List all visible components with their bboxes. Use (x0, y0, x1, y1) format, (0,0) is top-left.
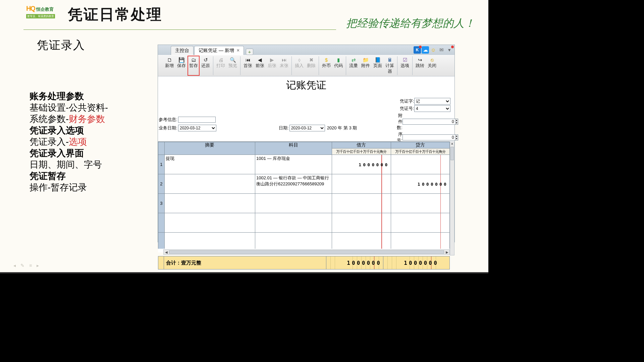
col-debit-header: 借方 (332, 142, 391, 148)
ref-input[interactable] (178, 117, 216, 123)
tb-preview[interactable]: 🔍预览 (227, 56, 239, 75)
tb-prev[interactable]: ◀前张 (254, 56, 266, 75)
cell-summary[interactable] (164, 233, 255, 249)
tb-attach[interactable]: 📁附件 (360, 56, 372, 75)
cell-subject[interactable] (255, 213, 332, 233)
cell-debit[interactable] (332, 233, 391, 249)
tb-print[interactable]: 🖨打印 (215, 56, 227, 75)
jump-icon: ↪ (414, 57, 426, 63)
attach-spinner[interactable]: ▲▼ (455, 119, 458, 125)
tb-close[interactable]: ⎋关闭 (426, 56, 438, 75)
horizontal-scrollbar[interactable]: ◀ ▶ (163, 249, 450, 255)
tb-flow[interactable]: ⇄流量 (347, 56, 360, 75)
cell-subject[interactable] (255, 194, 332, 213)
cell-subject[interactable] (255, 233, 332, 249)
tab-console[interactable]: 主控台 (171, 46, 194, 55)
totals-row: 合计：壹万元整 1000000 1000000 (158, 256, 450, 269)
bizdate-label: 业务日期: (159, 125, 178, 131)
tb-delete[interactable]: ✖删除 (305, 56, 317, 75)
systray-cloud-icon[interactable]: ☁ (422, 46, 429, 54)
cell-credit[interactable] (391, 213, 450, 233)
systray: K ☁ ☺ ✉ ▾ (414, 46, 453, 54)
cell-credit[interactable]: 1000000 (391, 174, 450, 194)
date-label: 日期: (279, 125, 289, 131)
cell-credit[interactable] (391, 233, 450, 249)
tb-fx[interactable]: $外币 (320, 56, 332, 75)
insert-icon: ⎀ (293, 57, 305, 63)
divider (23, 29, 336, 30)
tb-calc[interactable]: 🖩计算器 (384, 56, 396, 75)
systray-message-icon[interactable]: ✉ (438, 46, 445, 54)
scroll-thumb (169, 250, 444, 254)
date-row: 日期: 2020-03-12 2020 年 第 3 期 (279, 125, 357, 131)
left-fields: 参考信息: 业务日期: 2020-03-12 (159, 117, 216, 133)
cell-subject[interactable]: 1002.01 — 银行存款 — 中国工商银行衡山路分行622200927766… (255, 174, 332, 194)
scroll-thumb (450, 147, 454, 160)
slide: HQ 恒企教育 更专业、有温度的教育 凭证日常处理 把经验传递给有梦想的人！ 凭… (0, 0, 488, 274)
systray-smile-icon[interactable]: ☺ (430, 46, 437, 54)
attach-count-input[interactable] (402, 119, 455, 125)
bizdate-select[interactable]: 2020-03-12 (178, 125, 216, 131)
cell-summary[interactable] (164, 194, 255, 213)
flow-icon: ⇄ (347, 57, 360, 63)
voucher-word-label: 凭证字: (397, 98, 414, 104)
slide-subtitle: 凭证录入 (37, 38, 85, 53)
slide-prev-icon[interactable]: ◂ (13, 263, 16, 268)
page-icon: 📘 (372, 57, 384, 63)
tb-new[interactable]: 🗋新增 (163, 56, 175, 75)
cell-subject[interactable]: 1001 — 库存现金 (255, 155, 332, 174)
cell-credit[interactable] (391, 194, 450, 213)
col-credit-header: 贷方 (391, 142, 450, 148)
scroll-left-icon: ◀ (164, 250, 169, 254)
tb-code[interactable]: ▮代码 (332, 56, 344, 75)
tb-restore[interactable]: ↺还原 (200, 56, 212, 75)
document-area: 记账凭证 凭证字: 记 凭证号: 4 附件数: ▲▼ 序号: (158, 76, 454, 252)
col-subject-header: 科目 (255, 142, 332, 155)
vertical-scrollbar[interactable]: ▲ (450, 141, 454, 255)
cell-credit[interactable] (391, 155, 450, 174)
date-select[interactable]: 2020-03-12 (289, 125, 325, 131)
app-window: 主控台 记账凭证 — 新增 × + K ☁ ☺ ✉ ▾ 🗋新增 💾保存 🗂暂存 … (158, 45, 455, 242)
systray-k-icon[interactable]: K (414, 46, 421, 54)
credit-digits: 万千百十亿千百十万千百十元角分 (391, 148, 450, 155)
slogan: 把经验传递给有梦想的人！ (346, 16, 475, 31)
cell-summary[interactable]: 提现 (164, 155, 255, 174)
cell-debit[interactable] (332, 174, 391, 194)
voucher-word-select[interactable]: 记 (414, 98, 450, 105)
last-icon: ⏭ (278, 57, 290, 63)
preview-icon: 🔍 (227, 57, 239, 63)
tb-page[interactable]: 📘页面 (372, 56, 384, 75)
slide-menu-icon[interactable]: ≡ (29, 263, 32, 268)
tab-add-button[interactable]: + (246, 49, 253, 55)
col-summary-header: 摘要 (164, 142, 255, 155)
calc-icon: 🖩 (384, 57, 396, 63)
slide-controls: ◂ ✎ ≡ ▸ (13, 263, 39, 268)
header-fields: 凭证字: 记 凭证号: 4 附件数: ▲▼ 序号: ▲▼ (397, 98, 450, 144)
tb-first[interactable]: ⏮首张 (242, 56, 254, 75)
tb-next[interactable]: ▶后张 (266, 56, 278, 75)
tb-stash[interactable]: 🗂暂存 (187, 56, 200, 76)
voucher-no-label: 凭证号: (397, 106, 414, 112)
cell-summary[interactable] (164, 213, 255, 233)
first-icon: ⏮ (242, 57, 254, 63)
cell-summary[interactable] (164, 174, 255, 194)
total-debit: 1000000 (326, 256, 383, 269)
tab-bar: 主控台 记账凭证 — 新增 × + K ☁ ☺ ✉ ▾ (158, 45, 454, 55)
tb-save[interactable]: 💾保存 (175, 56, 187, 75)
cell-debit[interactable]: 1000000 (332, 155, 391, 174)
voucher-no-select[interactable]: 4 (414, 105, 450, 112)
tab-close-icon[interactable]: × (237, 48, 239, 53)
slide-next-icon[interactable]: ▸ (37, 263, 39, 268)
cell-debit[interactable] (332, 194, 391, 213)
voucher-grid: 摘要 科目 借方 贷方 万千百十亿千百十万千百十元角分 万千百十亿千百十万千百十… (158, 141, 450, 249)
seq-spinner[interactable]: ▲▼ (455, 134, 458, 140)
cell-debit[interactable] (332, 213, 391, 233)
tb-jump[interactable]: ↪跳转 (414, 56, 426, 75)
slide-pen-icon[interactable]: ✎ (20, 263, 24, 268)
tb-last[interactable]: ⏭末张 (278, 56, 290, 75)
toolbar: 🗋新增 💾保存 🗂暂存 ↺还原 🖨打印 🔍预览 ⏮首张 ◀前张 ▶后张 ⏭末张 … (158, 55, 454, 76)
tb-insert[interactable]: ⎀插入 (293, 56, 305, 75)
tb-options[interactable]: ☑选项 (399, 56, 411, 75)
tab-voucher-new[interactable]: 记账凭证 — 新增 × (194, 46, 244, 55)
seq-input[interactable] (402, 134, 455, 140)
